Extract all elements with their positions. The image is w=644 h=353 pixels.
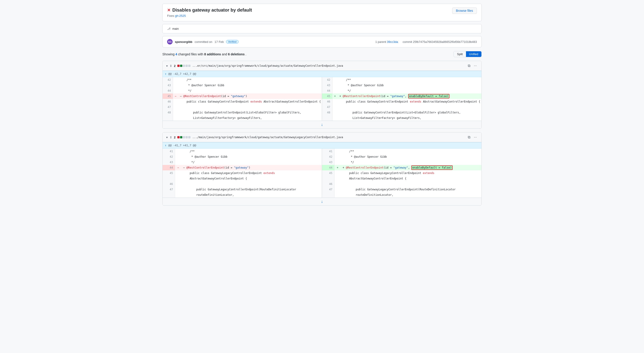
split-container-1: 42 /** 43 * @author Spencer Gibb 44: [162, 77, 482, 121]
parent-hash[interactable]: 39cc3da: [387, 40, 398, 44]
sq-gray-2c: [188, 136, 190, 138]
additions-count: 8 additions: [204, 52, 222, 56]
table-row: 41 /**: [322, 149, 482, 154]
line-num: 43: [162, 159, 175, 165]
sq-gray-2b: [186, 136, 188, 138]
expand-icon-2[interactable]: ↑: [165, 144, 166, 147]
view-toggle: Split Unified: [454, 51, 482, 57]
table-row: 42 /**: [322, 77, 482, 83]
diff-count-2: 2: [174, 136, 176, 139]
line-num: 48: [162, 110, 173, 115]
right-pane-1: 42 /** 43 * @author Spencer Gibb 44: [322, 77, 482, 121]
line-code: public class GatewayControllerEndpoint e…: [178, 99, 322, 104]
collapse-icon-2[interactable]: ▾: [166, 136, 168, 139]
table-row: 43 * @author Spencer Gibb: [322, 83, 482, 88]
line-num: 43: [322, 159, 334, 165]
table-row: List<GatewayFilterFactory> gatewayFilter…: [162, 115, 322, 121]
split-view-button[interactable]: Split: [454, 51, 466, 57]
line-num: 44: [322, 88, 332, 94]
table-row: 45 public class GatewayLegacyControllerE…: [322, 170, 482, 176]
line-num: [322, 176, 334, 181]
line-num: 46: [322, 181, 334, 187]
commit-header: ✕ Disables gateway actuator by default F…: [162, 4, 482, 21]
line-type: [334, 192, 341, 198]
author-name[interactable]: spencergibb: [175, 40, 192, 44]
diff-squares-1: [177, 65, 190, 67]
stats-bar: Showing 4 changed files with 8 additions…: [162, 51, 482, 57]
line-code: routeDefinitionLocator,: [182, 192, 322, 198]
line-code: public GatewayLegacyControllerEndpoint(R…: [182, 187, 322, 192]
more-options-button-2[interactable]: ···: [473, 135, 478, 140]
changed-count[interactable]: 4: [176, 52, 178, 56]
line-code: * @author Spencer Gibb: [182, 154, 322, 159]
line-num: 43: [162, 83, 173, 88]
commit-hash: 25fb7475a766345928a86652f0d56b771018b483: [413, 40, 477, 44]
line-type: [173, 88, 178, 94]
avatar-initials: SG: [168, 40, 172, 43]
expand-bottom-1[interactable]: ↓: [162, 121, 482, 128]
line-num: [322, 115, 332, 121]
line-code: * @author Spencer Gibb: [341, 154, 482, 159]
commit-subtitle: Fixes gh-2525: [167, 14, 252, 18]
line-num: 46: [162, 99, 173, 104]
commit-hash-label: commit 25fb7475a766345928a86652f0d56b771…: [403, 40, 477, 44]
unified-view-button[interactable]: Unified: [466, 51, 482, 57]
table-row: 45 + + @RestControllerEndpoint(id = "gat…: [322, 94, 482, 99]
expand-down-icon-2[interactable]: ↓: [321, 199, 323, 204]
line-num: 46: [162, 181, 175, 187]
stats-text: Showing 4 changed files with 8 additions…: [162, 52, 246, 56]
table-row: 46: [162, 181, 322, 187]
line-type: [175, 192, 182, 198]
table-row: 41 /**: [162, 149, 322, 154]
line-num: [162, 192, 175, 198]
more-options-button-1[interactable]: ···: [473, 63, 478, 68]
table-row: 47: [322, 104, 482, 110]
table-row: 47 public GatewayLegacyControllerEndpoin…: [162, 187, 322, 192]
commit-title-text: Disables gateway actuator by default: [172, 8, 252, 13]
line-type: [173, 99, 178, 104]
sq-red-1: [177, 65, 180, 67]
line-code: /**: [182, 149, 322, 154]
table-row: 46 public class GatewayControllerEndpoin…: [322, 99, 482, 104]
author-action: committed on: [194, 40, 212, 44]
line-type: −: [173, 94, 178, 99]
line-code: */: [341, 159, 482, 165]
hunk-range-2: @@ -41,7 +41,7 @@: [168, 144, 196, 147]
expand-down-icon-1[interactable]: ↓: [321, 122, 323, 127]
fixes-link[interactable]: gh-2525: [175, 14, 186, 18]
copy-path-button-1[interactable]: ⧉: [467, 63, 471, 68]
table-row: routeDefinitionLocator,: [162, 192, 322, 198]
line-code: + @RestControllerEndpoint(id = "gateway"…: [338, 94, 482, 99]
line-num: [162, 176, 175, 181]
line-code: – @RestControllerEndpoint(id = "gateway"…: [182, 165, 322, 170]
line-type: [173, 83, 178, 88]
collapse-icon-1[interactable]: ▾: [166, 64, 168, 68]
line-code: [178, 104, 322, 110]
table-row: 45 − – @RestControllerEndpoint(id = "gat…: [162, 94, 322, 99]
expand-icon-1[interactable]: ↑: [165, 72, 166, 76]
line-code: /**: [341, 149, 482, 154]
verified-badge: Verified: [226, 40, 238, 44]
deletions-count: 6 deletions: [228, 52, 246, 56]
diff-file-header-1: ▾ ⇕ 2 ...er/src/main/java/org/springfram…: [162, 61, 482, 71]
line-code: AbstractGatewayControllerEndpoint {: [182, 176, 322, 181]
copy-path-button-2[interactable]: ⧉: [467, 135, 471, 140]
sq-gray-2a: [183, 136, 185, 138]
browse-files-button[interactable]: Browse files: [452, 8, 477, 14]
line-code: * @author Spencer Gibb: [178, 83, 322, 88]
line-type: [332, 83, 338, 88]
line-code: /**: [338, 77, 482, 83]
fixes-label: Fixes: [167, 14, 174, 18]
diff-file-actions-1: ⧉ ···: [467, 63, 478, 68]
table-row: 44 */: [322, 88, 482, 94]
diff-file-header-2: ▾ ⇕ 2 .../main/java/org/springframework/…: [162, 133, 482, 142]
table-row: 48 public GatewayControllerEndpoint(List…: [322, 110, 482, 115]
line-num: 48: [322, 110, 332, 115]
line-num: 43: [322, 83, 332, 88]
line-type: [332, 110, 338, 115]
line-num: 46: [322, 99, 332, 104]
expand-bottom-2[interactable]: ↓: [162, 198, 482, 205]
line-type: [332, 104, 338, 110]
line-num: 47: [162, 104, 173, 110]
branch-name: main: [172, 27, 179, 31]
